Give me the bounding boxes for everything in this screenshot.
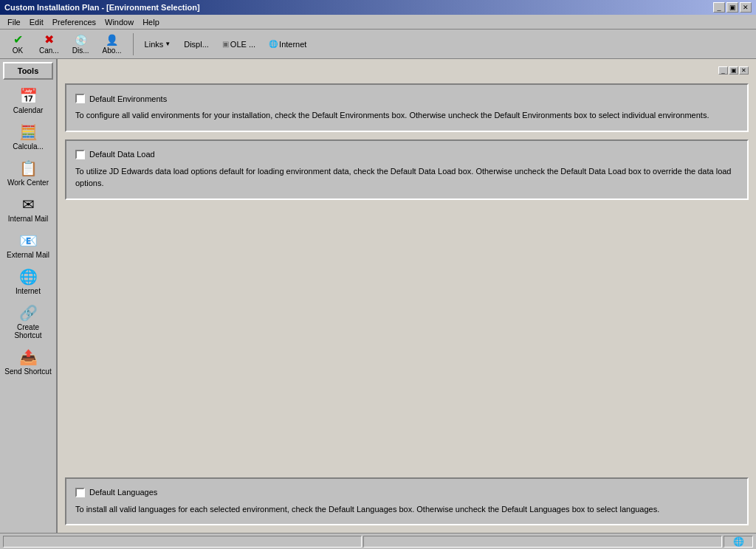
title-controls[interactable]: _ ▣ ✕ [713, 2, 752, 13]
links-dropdown-arrow: ▼ [165, 41, 171, 47]
restore-button[interactable]: ▣ [726, 2, 738, 13]
calculator-icon: 🧮 [19, 123, 38, 141]
cancel-icon: ✖ [44, 33, 54, 46]
display-label: Displ... [184, 40, 209, 49]
default-data-load-panel: Default Data Load To utilize JD Edwards … [65, 139, 749, 200]
ok-label: OK [13, 46, 23, 55]
cancel-button[interactable]: ✖ Can... [34, 31, 64, 57]
default-environments-panel: Default Environments To configure all va… [65, 83, 749, 132]
disc-icon: 💿 [75, 33, 87, 46]
sidebar-workcenter-label: Work Center [7, 179, 49, 187]
ok-button[interactable]: ✔ OK [4, 31, 31, 57]
sidebar-item-create-shortcut[interactable]: 🔗 Create Shortcut [0, 300, 56, 344]
external-mail-icon: 📧 [19, 232, 38, 249]
about-button[interactable]: 👤 Abo... [97, 31, 126, 57]
title-bar: Custom Installation Plan - [Environment … [0, 0, 756, 15]
about-label: Abo... [102, 46, 121, 55]
sidebar-item-work-center[interactable]: 📋 Work Center [0, 155, 56, 191]
status-bar: 🌐 [0, 533, 756, 549]
internet-label: Internet [279, 40, 306, 49]
work-center-icon: 📋 [19, 159, 38, 177]
disc-button[interactable]: 💿 Dis... [67, 31, 94, 57]
toolbar: ✔ OK ✖ Can... 💿 Dis... 👤 Abo... Links ▼ … [0, 30, 756, 59]
status-segment-center [363, 536, 722, 548]
default-languages-panel: Default Languages To install all valid l… [65, 477, 749, 526]
sidebar-header: Tools [3, 62, 53, 80]
ole-icon: ▣ [222, 40, 229, 48]
empty-space [65, 207, 749, 470]
sidebar-item-internal-mail[interactable]: ✉ Internal Mail [0, 191, 56, 227]
default-environments-label: Default Environments [89, 94, 167, 103]
sub-restore-button[interactable]: ▣ [729, 66, 738, 75]
sidebar-sendshortcut-label: Send Shortcut [4, 367, 51, 376]
minimize-button[interactable]: _ [713, 2, 725, 13]
sidebar-item-internet[interactable]: 🌐 Internet [0, 263, 56, 300]
sidebar-internet-label: Internet [16, 287, 41, 295]
disc-label: Dis... [72, 46, 89, 55]
links-button[interactable]: Links ▼ [140, 37, 176, 52]
internal-mail-icon: ✉ [22, 196, 35, 213]
status-globe-icon: 🌐 [733, 536, 744, 547]
toolbar-separator [133, 33, 134, 55]
internet-toolbar-icon: 🌐 [269, 40, 278, 48]
main-layout: Tools 📅 Calendar 🧮 Calcula... 📋 Work Cen… [0, 59, 756, 533]
menu-preferences[interactable]: Preferences [48, 16, 100, 28]
sidebar-item-calendar[interactable]: 📅 Calendar [0, 83, 56, 119]
status-icon-segment: 🌐 [724, 536, 753, 548]
content-area: _ ▣ ✕ Default Environments To configure … [58, 59, 756, 533]
create-shortcut-icon: 🔗 [19, 304, 38, 322]
sidebar-createshortcut-label: Create Shortcut [3, 323, 53, 339]
cancel-label: Can... [39, 46, 59, 55]
sidebar-panel: Tools 📅 Calendar 🧮 Calcula... 📋 Work Cen… [0, 59, 58, 533]
default-environments-checkbox[interactable] [75, 94, 85, 103]
default-data-load-checkbox[interactable] [75, 150, 85, 159]
menu-file[interactable]: File [3, 16, 25, 28]
default-languages-row: Default Languages [75, 488, 738, 497]
default-data-load-description: To utilize JD Edwards data load options … [75, 165, 738, 190]
sidebar-externalmail-label: External Mail [7, 251, 49, 259]
default-data-load-label: Default Data Load [89, 150, 155, 159]
default-languages-label: Default Languages [89, 488, 157, 497]
default-data-load-row: Default Data Load [75, 150, 738, 159]
sidebar-item-external-mail[interactable]: 📧 External Mail [0, 227, 56, 263]
menu-edit[interactable]: Edit [25, 16, 48, 28]
default-environments-description: To configure all valid environments for … [75, 109, 738, 122]
sub-minimize-button[interactable]: _ [718, 66, 728, 75]
internet-sidebar-icon: 🌐 [19, 268, 38, 286]
window-title: Custom Installation Plan - [Environment … [4, 3, 200, 12]
default-environments-row: Default Environments [75, 94, 738, 103]
menu-bar: File Edit Preferences Window Help [0, 15, 756, 30]
ole-label: OLE ... [230, 40, 255, 49]
menu-window[interactable]: Window [100, 16, 138, 28]
status-segment-left [3, 536, 362, 548]
sidebar-item-send-shortcut[interactable]: 📤 Send Shortcut [0, 344, 56, 380]
display-button[interactable]: Displ... [179, 37, 214, 52]
sidebar-item-calculator[interactable]: 🧮 Calcula... [0, 119, 56, 155]
menu-help[interactable]: Help [138, 16, 164, 28]
send-shortcut-icon: 📤 [19, 348, 38, 366]
ok-icon: ✔ [13, 33, 23, 46]
links-label: Links [145, 40, 164, 49]
internet-button[interactable]: 🌐 Internet [264, 37, 312, 52]
sidebar-calculator-label: Calcula... [13, 142, 44, 151]
ole-button[interactable]: ▣ OLE ... [217, 37, 261, 52]
sidebar-internalmail-label: Internal Mail [8, 215, 48, 223]
about-icon: 👤 [106, 33, 118, 46]
default-languages-checkbox[interactable] [75, 488, 85, 497]
default-languages-description: To install all valid languages for each … [75, 503, 738, 516]
sub-close-button[interactable]: ✕ [739, 66, 749, 75]
calendar-icon: 📅 [19, 87, 38, 105]
sidebar-calendar-label: Calendar [13, 106, 44, 114]
close-button[interactable]: ✕ [740, 2, 752, 13]
